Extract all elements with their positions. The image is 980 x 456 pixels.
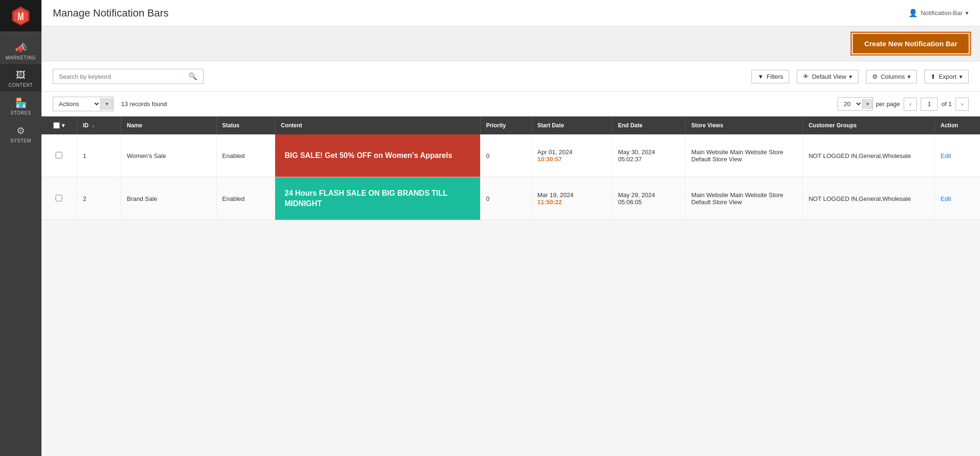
th-startdate[interactable]: Start Date <box>531 116 612 134</box>
columns-icon: ⚙ <box>872 73 878 80</box>
view-label: Default View <box>812 73 846 80</box>
th-custgroup[interactable]: Customer Groups <box>803 116 935 134</box>
export-label: Export <box>939 73 956 80</box>
row-storeview: Main Website Main Website Store Default … <box>686 177 803 220</box>
action-bar-top: Create New Notification Bar <box>41 26 980 61</box>
user-menu[interactable]: 👤 Notification-Bar ▾ <box>908 8 969 17</box>
page-title: Manage Notification Bars <box>53 7 169 19</box>
row-checkbox-cell <box>41 177 77 220</box>
row-action-cell: Edit <box>935 134 980 177</box>
sidebar-label-stores: STORES <box>10 110 31 116</box>
export-icon: ⬆ <box>931 73 936 80</box>
th-priority[interactable]: Priority <box>480 116 531 134</box>
row-id: 1 <box>77 134 121 177</box>
row-content-cell: 24 Hours FLASH SALE ON BIG BRANDS TILL M… <box>275 177 481 220</box>
th-content[interactable]: Content <box>275 116 481 134</box>
sidebar-item-stores[interactable]: 🏪 STORES <box>0 91 41 119</box>
th-checkbox-dropdown[interactable]: ▾ <box>62 122 65 129</box>
table-row: 1 Women's Sale Enabled BIG SALE! Get 50%… <box>41 134 980 177</box>
search-input[interactable] <box>59 73 188 80</box>
th-status[interactable]: Status <box>216 116 275 134</box>
actions-select[interactable]: Actions <box>53 97 100 111</box>
view-button[interactable]: 👁 Default View ▾ <box>797 70 858 83</box>
next-page-button[interactable]: › <box>956 98 969 111</box>
per-page-select-wrap: 20 30 50 ▾ <box>838 97 873 111</box>
actions-select-wrap: Actions ▾ <box>53 97 114 111</box>
current-page-input[interactable] <box>921 98 938 111</box>
columns-button[interactable]: ⚙ Columns ▾ <box>866 70 917 83</box>
pagination: 20 30 50 ▾ per page ‹ of 1 › <box>838 97 969 111</box>
sidebar-label-system: SYSTEM <box>10 138 31 143</box>
row-custgroup: NOT LOGGED IN,General,Wholesale <box>803 177 935 220</box>
row-checkbox[interactable] <box>56 152 62 158</box>
columns-label: Columns <box>881 73 905 80</box>
row-status: Enabled <box>216 177 275 220</box>
per-page-arrow-button[interactable]: ▾ <box>862 99 873 109</box>
th-startdate-label: Start Date <box>538 122 564 129</box>
row-content-banner: 24 Hours FLASH SALE ON BIG BRANDS TILL M… <box>275 177 480 220</box>
th-action[interactable]: Action <box>935 116 980 134</box>
sidebar: 📣 MARKETING 🖼 CONTENT 🏪 STORES ⚙ SYSTEM <box>0 0 41 456</box>
row-startdate: Apr 01, 202410:30:57 <box>531 134 612 177</box>
filters-label: Filters <box>767 73 783 80</box>
th-storeview[interactable]: Store Views <box>686 116 803 134</box>
sidebar-item-content[interactable]: 🖼 CONTENT <box>0 64 41 91</box>
row-priority: 0 <box>480 134 531 177</box>
th-id-label: ID <box>83 122 89 129</box>
sidebar-label-content: CONTENT <box>8 83 33 88</box>
row-starttime: 11:50:22 <box>538 199 562 206</box>
eye-icon: 👁 <box>803 73 809 80</box>
th-content-label: Content <box>281 122 302 129</box>
search-toolbar: 🔍 ▼ Filters 👁 Default View ▾ ⚙ Columns ▾ <box>41 61 980 92</box>
th-action-label: Action <box>940 122 958 129</box>
user-name: Notification-Bar <box>921 9 963 17</box>
stores-icon: 🏪 <box>15 97 27 108</box>
row-storeview: Main Website Main Website Store Default … <box>686 134 803 177</box>
prev-page-button[interactable]: ‹ <box>904 98 917 111</box>
main-content: Manage Notification Bars 👤 Notification-… <box>41 0 980 456</box>
view-dropdown-icon: ▾ <box>849 73 852 80</box>
export-dropdown-icon: ▾ <box>959 73 963 80</box>
row-edit-link[interactable]: Edit <box>940 195 951 202</box>
sidebar-logo <box>0 0 41 32</box>
sidebar-item-marketing[interactable]: 📣 MARKETING <box>0 36 41 64</box>
th-checkbox: ▾ <box>41 116 77 134</box>
toolbar-right: ▼ Filters 👁 Default View ▾ ⚙ Columns ▾ ⬆… <box>751 70 969 83</box>
row-content-cell: BIG SALE! Get 50% OFF on Women's Apparel… <box>275 134 481 177</box>
row-edit-link[interactable]: Edit <box>940 152 951 159</box>
th-enddate[interactable]: End Date <box>612 116 686 134</box>
content-area: Create New Notification Bar 🔍 ▼ Filters … <box>41 26 980 456</box>
row-checkbox[interactable] <box>56 195 62 201</box>
records-info: 13 records found <box>121 100 167 108</box>
row-startdate: Mar 19, 202411:50:22 <box>531 177 612 220</box>
per-page-select[interactable]: 20 30 50 <box>838 98 862 110</box>
sort-desc-icon: ↓ <box>92 123 94 128</box>
magento-logo-icon <box>11 7 30 25</box>
search-icon[interactable]: 🔍 <box>188 72 197 81</box>
create-notification-bar-button[interactable]: Create New Notification Bar <box>853 34 969 53</box>
th-name-label: Name <box>127 122 142 129</box>
th-storeview-label: Store Views <box>691 122 723 129</box>
row-name: Women's Sale <box>121 134 216 177</box>
actions-dropdown-button[interactable]: ▾ <box>100 98 113 110</box>
row-custgroup: NOT LOGGED IN,General,Wholesale <box>803 134 935 177</box>
notifications-table: ▾ ID ↓ Name Status <box>41 116 980 220</box>
row-enddate: May 30, 202405:02:37 <box>612 134 686 177</box>
th-name[interactable]: Name <box>121 116 216 134</box>
th-enddate-label: End Date <box>618 122 643 129</box>
row-priority: 0 <box>480 177 531 220</box>
th-custgroup-label: Customer Groups <box>808 122 857 129</box>
per-page-label: per page <box>876 100 900 108</box>
topbar: Manage Notification Bars 👤 Notification-… <box>41 0 980 26</box>
row-name: Brand Sale <box>121 177 216 220</box>
table-container: ▾ ID ↓ Name Status <box>41 116 980 220</box>
select-all-checkbox[interactable] <box>53 122 60 129</box>
sidebar-label-marketing: MARKETING <box>6 55 36 60</box>
filters-button[interactable]: ▼ Filters <box>751 70 789 83</box>
system-icon: ⚙ <box>16 125 25 136</box>
sidebar-item-system[interactable]: ⚙ SYSTEM <box>0 119 41 147</box>
per-page-wrap: 20 30 50 ▾ per page <box>838 97 900 111</box>
export-button[interactable]: ⬆ Export ▾ <box>924 70 969 83</box>
content-icon: 🖼 <box>16 70 25 81</box>
th-id[interactable]: ID ↓ <box>77 116 121 134</box>
